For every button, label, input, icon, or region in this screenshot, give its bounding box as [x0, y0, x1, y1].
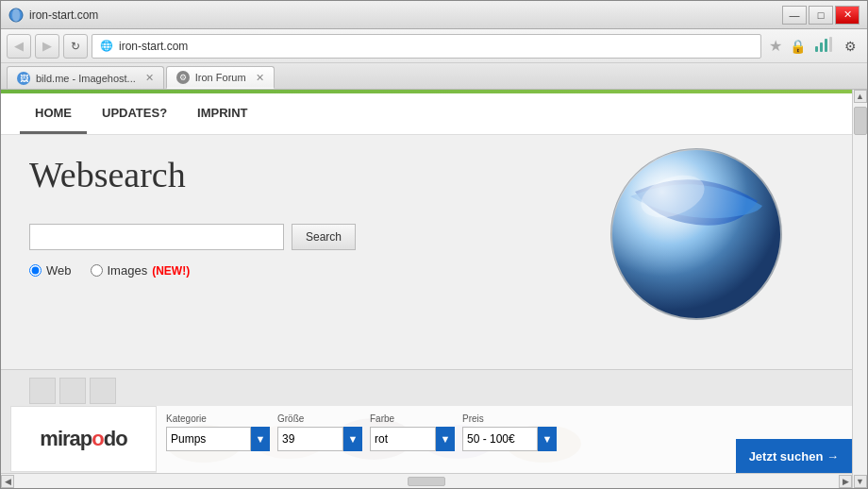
tab-iron-close[interactable]: ✕	[256, 72, 264, 84]
site-nav-updates[interactable]: UPDATES?	[87, 94, 182, 134]
tab-bild-close[interactable]: ✕	[145, 72, 154, 84]
preis-value: 50 - 100€	[467, 432, 515, 446]
scroll-left-button[interactable]: ◀	[1, 475, 14, 488]
groesse-label: Größe	[277, 413, 362, 424]
tab-bild-label: bild.me - Imagehost...	[36, 73, 136, 84]
signal-icon	[815, 37, 832, 55]
address-bar[interactable]: 🌐 iron-start.com	[92, 34, 761, 59]
window-title: iron-start.com	[29, 8, 782, 22]
farbe-select-pair: rot ▼	[370, 427, 455, 451]
radio-images-label: Images	[108, 263, 148, 278]
farbe-arrow[interactable]: ▼	[436, 427, 455, 451]
new-badge: (NEW!)	[152, 264, 190, 278]
banner-content: mirapodo	[1, 406, 852, 473]
farbe-value: rot	[375, 432, 388, 446]
settings-button[interactable]: ⚙	[839, 35, 861, 58]
radio-web-input[interactable]	[29, 264, 42, 277]
scroll-h-track[interactable]	[14, 475, 839, 488]
square-1	[29, 378, 56, 404]
kategorie-select-pair: Pumps ▼	[166, 427, 270, 451]
filter-kategorie: Kategorie Pumps ▼	[166, 413, 270, 451]
close-button[interactable]: ✕	[835, 6, 860, 25]
svg-point-8	[611, 149, 781, 319]
scroll-h-thumb[interactable]	[408, 477, 445, 486]
tab-iron-forum[interactable]: ⚙ Iron Forum ✕	[166, 66, 275, 89]
kategorie-arrow[interactable]: ▼	[251, 427, 270, 451]
svg-rect-4	[825, 39, 827, 52]
mirapodo-text: mirapodo	[40, 427, 126, 451]
reload-button[interactable]: ↻	[63, 34, 88, 59]
title-bar: iron-start.com — □ ✕	[1, 1, 867, 29]
tab-bild[interactable]: 🖼 bild.me - Imagehost... ✕	[7, 66, 164, 89]
site-navigation: HOME UPDATES? IMPRINT	[1, 93, 852, 135]
back-button[interactable]: ◀	[7, 34, 31, 59]
search-button[interactable]: Search	[292, 224, 356, 250]
preis-label: Preis	[462, 413, 557, 424]
horizontal-scrollbar: ◀ ▶	[1, 473, 852, 488]
ext1-button[interactable]: 🔒	[786, 35, 809, 58]
ext1-icon: 🔒	[790, 39, 806, 54]
navigation-bar: ◀ ▶ ↻ 🌐 iron-start.com ★ 🔒	[1, 29, 867, 63]
groesse-arrow[interactable]: ▼	[343, 427, 362, 451]
scroll-track	[854, 103, 867, 475]
secure-icon: 🌐	[100, 40, 113, 52]
kategorie-value: Pumps	[171, 432, 206, 446]
reload-icon: ↻	[71, 40, 80, 53]
preis-arrow[interactable]: ▼	[538, 427, 557, 451]
scroll-right-button[interactable]: ▶	[839, 475, 852, 488]
tab-iron-label: Iron Forum	[195, 72, 246, 83]
browser-body: HOME UPDATES? IMPRINT Websearch Search	[1, 90, 867, 488]
kategorie-label: Kategorie	[166, 413, 270, 424]
radio-images[interactable]: Images (NEW!)	[91, 263, 191, 278]
bottom-banner: mirapodo	[1, 369, 852, 473]
radio-web-label: Web	[46, 263, 72, 278]
mirapodo-logo: mirapodo	[10, 406, 157, 472]
vertical-scrollbar: ▲ ▼	[852, 90, 867, 488]
bookmark-button[interactable]: ★	[769, 37, 782, 55]
groesse-select[interactable]: 39	[277, 427, 343, 451]
search-input[interactable]	[29, 224, 284, 250]
window-controls: — □ ✕	[782, 6, 860, 25]
site-nav-home[interactable]: HOME	[20, 94, 87, 134]
scroll-down-button[interactable]: ▼	[854, 475, 867, 488]
app-icon	[8, 8, 24, 23]
address-text: iron-start.com	[119, 40, 188, 53]
main-area: Websearch Search Web Images (	[1, 135, 852, 369]
mirapodo-dot: o	[92, 427, 103, 450]
page-content: HOME UPDATES? IMPRINT Websearch Search	[1, 90, 852, 488]
browser-window: iron-start.com — □ ✕ ◀ ▶ ↻ 🌐 iron-start.…	[0, 0, 868, 489]
tabs-bar: 🖼 bild.me - Imagehost... ✕ ⚙ Iron Forum …	[1, 63, 867, 90]
filter-preis: Preis 50 - 100€ ▼	[462, 413, 557, 451]
tab-bild-favicon: 🖼	[17, 72, 30, 85]
groesse-value: 39	[282, 432, 294, 446]
farbe-select[interactable]: rot	[370, 427, 436, 451]
filter-groesse: Größe 39 ▼	[277, 413, 362, 451]
svg-rect-2	[815, 46, 818, 52]
tab-iron-favicon: ⚙	[176, 71, 190, 84]
forward-button[interactable]: ▶	[35, 34, 59, 59]
minimize-button[interactable]: —	[782, 6, 807, 25]
farbe-label: Farbe	[370, 413, 455, 424]
svg-rect-3	[820, 42, 823, 52]
radio-images-input[interactable]	[91, 264, 103, 277]
small-squares	[1, 370, 144, 412]
groesse-select-pair: 39 ▼	[277, 427, 362, 451]
forward-icon: ▶	[42, 39, 52, 53]
site-nav-imprint[interactable]: IMPRINT	[182, 94, 262, 134]
scroll-up-button[interactable]: ▲	[854, 90, 867, 103]
scroll-thumb[interactable]	[854, 107, 867, 135]
logo-sphere	[607, 144, 795, 333]
svg-point-1	[12, 8, 20, 22]
preis-select[interactable]: 50 - 100€	[462, 427, 538, 451]
maximize-button[interactable]: □	[809, 6, 833, 25]
preis-select-pair: 50 - 100€ ▼	[462, 427, 557, 451]
square-3	[90, 378, 116, 404]
filter-bar: Kategorie Pumps ▼ Größe	[157, 406, 852, 473]
ext2-button[interactable]	[812, 35, 835, 58]
gear-icon: ⚙	[844, 39, 857, 54]
jetzt-suchen-button[interactable]: Jetzt suchen →	[736, 439, 852, 473]
kategorie-select[interactable]: Pumps	[166, 427, 251, 451]
square-2	[59, 378, 86, 404]
filter-farbe: Farbe rot ▼	[370, 413, 455, 451]
radio-web[interactable]: Web	[29, 263, 72, 278]
